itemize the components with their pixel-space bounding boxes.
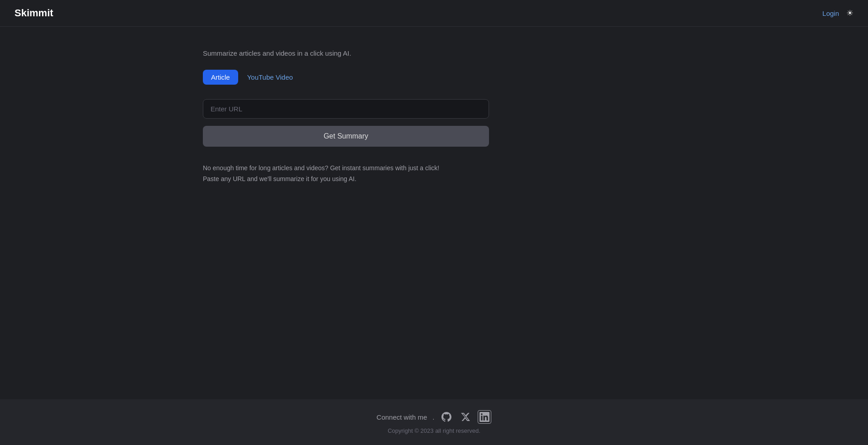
tab-youtube[interactable]: YouTube Video (245, 70, 295, 85)
description-line1: No enough time for long articles and vid… (203, 163, 489, 174)
url-input[interactable] (203, 99, 489, 119)
footer: Connect with me . Copyright © 2023 all r… (0, 399, 868, 445)
description: No enough time for long articles and vid… (203, 163, 489, 185)
connect-with-me-label: Connect with me (377, 413, 427, 421)
github-icon[interactable] (440, 410, 453, 424)
get-summary-button[interactable]: Get Summary (203, 126, 489, 147)
description-line2: Paste any URL and we'll summarize it for… (203, 174, 489, 185)
tab-article[interactable]: Article (203, 70, 238, 85)
theme-toggle-button[interactable]: ☀ (846, 8, 854, 18)
footer-dot: . (432, 413, 434, 421)
copyright: Copyright © 2023 all right reserved. (388, 427, 480, 434)
header: Skimmit Login ☀ (0, 0, 868, 27)
header-right: Login ☀ (822, 8, 854, 18)
login-link[interactable]: Login (822, 10, 839, 17)
subtitle: Summarize articles and videos in a click… (203, 49, 351, 57)
twitter-x-icon[interactable] (459, 410, 472, 424)
tabs: Article YouTube Video (203, 70, 295, 85)
footer-connect: Connect with me . (377, 410, 492, 424)
linkedin-icon[interactable] (478, 410, 491, 424)
logo: Skimmit (14, 7, 53, 19)
main-content: Summarize articles and videos in a click… (0, 27, 868, 399)
